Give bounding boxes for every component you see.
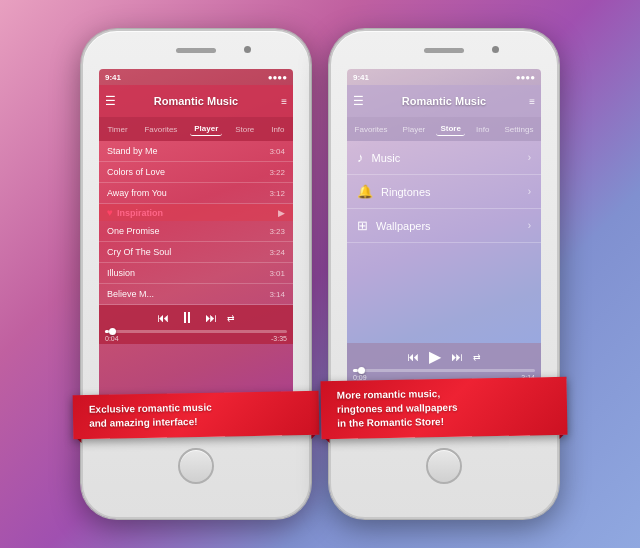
home-button-2[interactable]: [426, 448, 462, 484]
song-row-6[interactable]: Illusion 3:01: [99, 263, 293, 284]
section-arrow-1: ▶: [278, 208, 285, 218]
tab-settings-2[interactable]: Settings: [501, 123, 538, 136]
store-item-ringtones-left: 🔔 Ringtones: [357, 184, 431, 199]
tab-favorites-2[interactable]: Favorites: [351, 123, 392, 136]
bell-icon: 🔔: [357, 184, 373, 199]
status-time-1: 9:41: [105, 73, 121, 82]
store-wallpapers-label: Wallpapers: [376, 220, 431, 232]
progress-thumb-1: [109, 328, 116, 335]
song-duration-5: 3:24: [269, 248, 285, 257]
nav-bar-2: ☰ Romantic Music ≡: [347, 85, 541, 117]
song-duration-3: 3:12: [269, 189, 285, 198]
section-header-1: ♥ Inspiration ▶: [99, 204, 293, 221]
play-button-2[interactable]: ▶: [429, 347, 441, 366]
nav-bars-icon-2[interactable]: ≡: [529, 96, 535, 107]
banner-text-2: More romantic music, ringtones and wallp…: [337, 385, 552, 431]
song-row-7[interactable]: Believe M... 3:14: [99, 284, 293, 305]
picture-icon: ⊞: [357, 218, 368, 233]
chevron-ringtones: ›: [528, 186, 531, 197]
tab-player[interactable]: Player: [190, 122, 222, 136]
status-signal-1: ●●●●: [268, 73, 287, 82]
status-signal-2: ●●●●: [516, 73, 535, 82]
song-duration-2: 3:22: [269, 168, 285, 177]
song-duration-7: 3:14: [269, 290, 285, 299]
player-controls-2: ⏮ ▶ ⏭ ⇄: [353, 347, 535, 366]
chevron-wallpapers: ›: [528, 220, 531, 231]
phone-top-1: [83, 31, 309, 69]
music-icon: ♪: [357, 150, 364, 165]
heart-icon-1: ♥: [107, 207, 113, 218]
tab-player-2[interactable]: Player: [399, 123, 430, 136]
speaker-1: [176, 48, 216, 53]
status-time-2: 9:41: [353, 73, 369, 82]
song-title-4: One Promise: [107, 226, 160, 236]
progress-bar-2[interactable]: [353, 369, 535, 372]
time-current-1: 0:04: [105, 335, 119, 342]
next-button-1[interactable]: ⏭: [205, 311, 217, 325]
song-title-1: Stand by Me: [107, 146, 158, 156]
tab-bar-1: Timer Favorites Player Store Info: [99, 117, 293, 141]
song-row-1[interactable]: Stand by Me 3:04: [99, 141, 293, 162]
nav-menu-icon-1[interactable]: ☰: [105, 94, 116, 108]
song-row-4[interactable]: One Promise 3:23: [99, 221, 293, 242]
pause-button-1[interactable]: ⏸: [179, 309, 195, 327]
section-title-1: Inspiration: [117, 208, 163, 218]
store-ringtones-label: Ringtones: [381, 186, 431, 198]
store-item-music-left: ♪ Music: [357, 150, 400, 165]
song-title-5: Cry Of The Soul: [107, 247, 171, 257]
song-title-7: Believe M...: [107, 289, 154, 299]
screen-2: 9:41 ●●●● ☰ Romantic Music ≡ Favorites P…: [347, 69, 541, 415]
nav-bars-icon-1[interactable]: ≡: [281, 96, 287, 107]
nav-title-2: Romantic Music: [402, 95, 486, 107]
nav-menu-icon-2[interactable]: ☰: [353, 94, 364, 108]
screen-spacer-2: [347, 243, 541, 343]
store-item-ringtones[interactable]: 🔔 Ringtones ›: [347, 175, 541, 209]
status-bar-2: 9:41 ●●●●: [347, 69, 541, 85]
progress-thumb-2: [358, 367, 365, 374]
time-total-1: -3:35: [271, 335, 287, 342]
next-button-2[interactable]: ⏭: [451, 350, 463, 364]
song-row-5[interactable]: Cry Of The Soul 3:24: [99, 242, 293, 263]
prev-button-2[interactable]: ⏮: [407, 350, 419, 364]
store-item-music[interactable]: ♪ Music ›: [347, 141, 541, 175]
shuffle-button-1[interactable]: ⇄: [227, 313, 235, 323]
store-item-wallpapers-left: ⊞ Wallpapers: [357, 218, 431, 233]
shuffle-button-2[interactable]: ⇄: [473, 352, 481, 362]
camera-1: [244, 46, 251, 53]
status-bar-1: 9:41 ●●●●: [99, 69, 293, 85]
store-music-label: Music: [372, 152, 401, 164]
tab-favorites[interactable]: Favorites: [140, 123, 181, 136]
player-bar-1: ⏮ ⏸ ⏭ ⇄ 0:04 -3:35: [99, 305, 293, 344]
nav-title-1: Romantic Music: [154, 95, 238, 107]
tab-store-2[interactable]: Store: [436, 122, 464, 136]
song-title-6: Illusion: [107, 268, 135, 278]
tab-bar-2: Favorites Player Store Info Settings: [347, 117, 541, 141]
player-controls-1: ⏮ ⏸ ⏭ ⇄: [105, 309, 287, 327]
song-title-2: Colors of Love: [107, 167, 165, 177]
nav-bar-1: ☰ Romantic Music ≡: [99, 85, 293, 117]
song-title-3: Away from You: [107, 188, 167, 198]
prev-button-1[interactable]: ⏮: [157, 311, 169, 325]
song-row-3[interactable]: Away from You 3:12: [99, 183, 293, 204]
phone-2: 9:41 ●●●● ☰ Romantic Music ≡ Favorites P…: [329, 29, 559, 519]
song-row-2[interactable]: Colors of Love 3:22: [99, 162, 293, 183]
tab-info-2[interactable]: Info: [472, 123, 493, 136]
home-button-1[interactable]: [178, 448, 214, 484]
progress-bar-1[interactable]: [105, 330, 287, 333]
tab-store[interactable]: Store: [231, 123, 258, 136]
song-duration-1: 3:04: [269, 147, 285, 156]
song-duration-4: 3:23: [269, 227, 285, 236]
banner-text-1: Exclusive romantic music and amazing int…: [89, 399, 303, 431]
banner-1: Exclusive romantic music and amazing int…: [73, 391, 320, 439]
tab-timer[interactable]: Timer: [103, 123, 131, 136]
song-duration-6: 3:01: [269, 269, 285, 278]
tab-info[interactable]: Info: [267, 123, 288, 136]
time-row-1: 0:04 -3:35: [105, 335, 287, 342]
speaker-2: [424, 48, 464, 53]
camera-2: [492, 46, 499, 53]
banner-2: More romantic music, ringtones and wallp…: [321, 377, 568, 439]
chevron-music: ›: [528, 152, 531, 163]
song-list-1: Stand by Me 3:04 Colors of Love 3:22 Awa…: [99, 141, 293, 305]
phone-1: 9:41 ●●●● ☰ Romantic Music ≡ Timer Favor…: [81, 29, 311, 519]
store-item-wallpapers[interactable]: ⊞ Wallpapers ›: [347, 209, 541, 243]
